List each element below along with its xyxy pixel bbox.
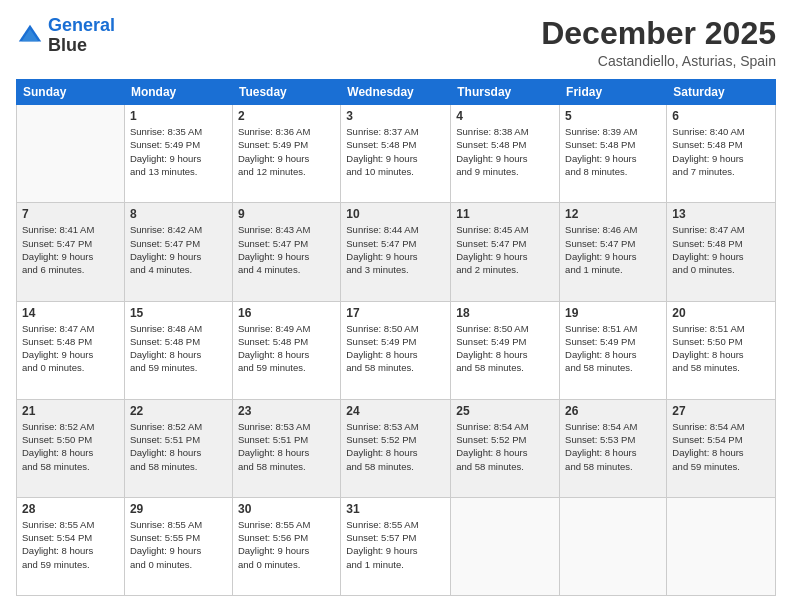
logo-text: General Blue <box>48 16 115 56</box>
day-info: Sunrise: 8:49 AMSunset: 5:48 PMDaylight:… <box>238 322 335 375</box>
day-info: Sunrise: 8:42 AMSunset: 5:47 PMDaylight:… <box>130 223 227 276</box>
day-info: Sunrise: 8:47 AMSunset: 5:48 PMDaylight:… <box>22 322 119 375</box>
day-info: Sunrise: 8:48 AMSunset: 5:48 PMDaylight:… <box>130 322 227 375</box>
day-number: 21 <box>22 404 119 418</box>
header-friday: Friday <box>560 80 667 105</box>
calendar-day-cell: 31Sunrise: 8:55 AMSunset: 5:57 PMDayligh… <box>341 497 451 595</box>
day-number: 4 <box>456 109 554 123</box>
calendar-week-row: 28Sunrise: 8:55 AMSunset: 5:54 PMDayligh… <box>17 497 776 595</box>
day-info: Sunrise: 8:40 AMSunset: 5:48 PMDaylight:… <box>672 125 770 178</box>
day-number: 5 <box>565 109 661 123</box>
logo-icon <box>16 22 44 50</box>
calendar-day-cell: 28Sunrise: 8:55 AMSunset: 5:54 PMDayligh… <box>17 497 125 595</box>
calendar-day-cell: 9Sunrise: 8:43 AMSunset: 5:47 PMDaylight… <box>232 203 340 301</box>
calendar-day-cell: 6Sunrise: 8:40 AMSunset: 5:48 PMDaylight… <box>667 105 776 203</box>
day-number: 12 <box>565 207 661 221</box>
calendar-week-row: 1Sunrise: 8:35 AMSunset: 5:49 PMDaylight… <box>17 105 776 203</box>
day-number: 27 <box>672 404 770 418</box>
day-number: 3 <box>346 109 445 123</box>
header-wednesday: Wednesday <box>341 80 451 105</box>
day-number: 28 <box>22 502 119 516</box>
day-number: 20 <box>672 306 770 320</box>
calendar-day-cell: 25Sunrise: 8:54 AMSunset: 5:52 PMDayligh… <box>451 399 560 497</box>
day-number: 15 <box>130 306 227 320</box>
day-info: Sunrise: 8:35 AMSunset: 5:49 PMDaylight:… <box>130 125 227 178</box>
calendar-day-cell: 19Sunrise: 8:51 AMSunset: 5:49 PMDayligh… <box>560 301 667 399</box>
month-title: December 2025 <box>541 16 776 51</box>
day-number: 2 <box>238 109 335 123</box>
day-info: Sunrise: 8:55 AMSunset: 5:55 PMDaylight:… <box>130 518 227 571</box>
header-thursday: Thursday <box>451 80 560 105</box>
calendar-day-cell: 21Sunrise: 8:52 AMSunset: 5:50 PMDayligh… <box>17 399 125 497</box>
day-info: Sunrise: 8:44 AMSunset: 5:47 PMDaylight:… <box>346 223 445 276</box>
day-info: Sunrise: 8:39 AMSunset: 5:48 PMDaylight:… <box>565 125 661 178</box>
calendar-day-cell: 5Sunrise: 8:39 AMSunset: 5:48 PMDaylight… <box>560 105 667 203</box>
day-info: Sunrise: 8:54 AMSunset: 5:54 PMDaylight:… <box>672 420 770 473</box>
calendar-day-cell: 16Sunrise: 8:49 AMSunset: 5:48 PMDayligh… <box>232 301 340 399</box>
day-number: 14 <box>22 306 119 320</box>
page: General Blue December 2025 Castandiello,… <box>0 0 792 612</box>
day-number: 30 <box>238 502 335 516</box>
day-info: Sunrise: 8:52 AMSunset: 5:50 PMDaylight:… <box>22 420 119 473</box>
calendar-day-cell: 27Sunrise: 8:54 AMSunset: 5:54 PMDayligh… <box>667 399 776 497</box>
day-info: Sunrise: 8:47 AMSunset: 5:48 PMDaylight:… <box>672 223 770 276</box>
day-info: Sunrise: 8:55 AMSunset: 5:57 PMDaylight:… <box>346 518 445 571</box>
calendar-day-cell <box>560 497 667 595</box>
weekday-header-row: Sunday Monday Tuesday Wednesday Thursday… <box>17 80 776 105</box>
title-block: December 2025 Castandiello, Asturias, Sp… <box>541 16 776 69</box>
calendar-day-cell: 8Sunrise: 8:42 AMSunset: 5:47 PMDaylight… <box>124 203 232 301</box>
location-subtitle: Castandiello, Asturias, Spain <box>541 53 776 69</box>
day-info: Sunrise: 8:37 AMSunset: 5:48 PMDaylight:… <box>346 125 445 178</box>
calendar-day-cell: 1Sunrise: 8:35 AMSunset: 5:49 PMDaylight… <box>124 105 232 203</box>
day-info: Sunrise: 8:38 AMSunset: 5:48 PMDaylight:… <box>456 125 554 178</box>
header: General Blue December 2025 Castandiello,… <box>16 16 776 69</box>
calendar-day-cell: 14Sunrise: 8:47 AMSunset: 5:48 PMDayligh… <box>17 301 125 399</box>
day-number: 6 <box>672 109 770 123</box>
day-info: Sunrise: 8:41 AMSunset: 5:47 PMDaylight:… <box>22 223 119 276</box>
calendar-day-cell: 23Sunrise: 8:53 AMSunset: 5:51 PMDayligh… <box>232 399 340 497</box>
calendar-day-cell: 17Sunrise: 8:50 AMSunset: 5:49 PMDayligh… <box>341 301 451 399</box>
day-number: 7 <box>22 207 119 221</box>
header-saturday: Saturday <box>667 80 776 105</box>
day-number: 26 <box>565 404 661 418</box>
header-tuesday: Tuesday <box>232 80 340 105</box>
calendar-day-cell: 20Sunrise: 8:51 AMSunset: 5:50 PMDayligh… <box>667 301 776 399</box>
day-info: Sunrise: 8:53 AMSunset: 5:51 PMDaylight:… <box>238 420 335 473</box>
calendar-day-cell: 18Sunrise: 8:50 AMSunset: 5:49 PMDayligh… <box>451 301 560 399</box>
day-info: Sunrise: 8:45 AMSunset: 5:47 PMDaylight:… <box>456 223 554 276</box>
calendar-day-cell <box>667 497 776 595</box>
day-info: Sunrise: 8:51 AMSunset: 5:49 PMDaylight:… <box>565 322 661 375</box>
calendar-week-row: 14Sunrise: 8:47 AMSunset: 5:48 PMDayligh… <box>17 301 776 399</box>
calendar-table: Sunday Monday Tuesday Wednesday Thursday… <box>16 79 776 596</box>
day-info: Sunrise: 8:46 AMSunset: 5:47 PMDaylight:… <box>565 223 661 276</box>
day-info: Sunrise: 8:53 AMSunset: 5:52 PMDaylight:… <box>346 420 445 473</box>
day-info: Sunrise: 8:50 AMSunset: 5:49 PMDaylight:… <box>346 322 445 375</box>
day-info: Sunrise: 8:43 AMSunset: 5:47 PMDaylight:… <box>238 223 335 276</box>
day-info: Sunrise: 8:51 AMSunset: 5:50 PMDaylight:… <box>672 322 770 375</box>
calendar-day-cell <box>451 497 560 595</box>
calendar-day-cell: 12Sunrise: 8:46 AMSunset: 5:47 PMDayligh… <box>560 203 667 301</box>
calendar-day-cell: 13Sunrise: 8:47 AMSunset: 5:48 PMDayligh… <box>667 203 776 301</box>
calendar-day-cell: 30Sunrise: 8:55 AMSunset: 5:56 PMDayligh… <box>232 497 340 595</box>
calendar-day-cell <box>17 105 125 203</box>
day-number: 11 <box>456 207 554 221</box>
calendar-day-cell: 2Sunrise: 8:36 AMSunset: 5:49 PMDaylight… <box>232 105 340 203</box>
day-number: 17 <box>346 306 445 320</box>
day-number: 22 <box>130 404 227 418</box>
day-number: 13 <box>672 207 770 221</box>
day-info: Sunrise: 8:50 AMSunset: 5:49 PMDaylight:… <box>456 322 554 375</box>
day-number: 25 <box>456 404 554 418</box>
day-number: 16 <box>238 306 335 320</box>
calendar-day-cell: 15Sunrise: 8:48 AMSunset: 5:48 PMDayligh… <box>124 301 232 399</box>
calendar-day-cell: 3Sunrise: 8:37 AMSunset: 5:48 PMDaylight… <box>341 105 451 203</box>
calendar-day-cell: 4Sunrise: 8:38 AMSunset: 5:48 PMDaylight… <box>451 105 560 203</box>
day-number: 24 <box>346 404 445 418</box>
calendar-day-cell: 26Sunrise: 8:54 AMSunset: 5:53 PMDayligh… <box>560 399 667 497</box>
day-info: Sunrise: 8:55 AMSunset: 5:56 PMDaylight:… <box>238 518 335 571</box>
calendar-week-row: 7Sunrise: 8:41 AMSunset: 5:47 PMDaylight… <box>17 203 776 301</box>
day-info: Sunrise: 8:54 AMSunset: 5:52 PMDaylight:… <box>456 420 554 473</box>
calendar-day-cell: 11Sunrise: 8:45 AMSunset: 5:47 PMDayligh… <box>451 203 560 301</box>
day-number: 10 <box>346 207 445 221</box>
day-number: 9 <box>238 207 335 221</box>
header-monday: Monday <box>124 80 232 105</box>
